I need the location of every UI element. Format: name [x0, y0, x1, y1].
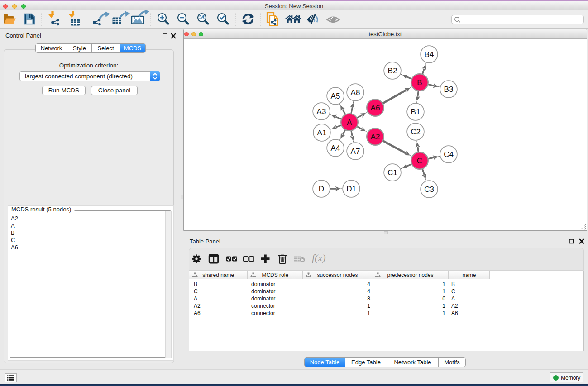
svg-text:A2: A2: [371, 133, 380, 141]
svg-text:D: D: [319, 185, 324, 193]
svg-text:B1: B1: [411, 108, 421, 116]
svg-text:B3: B3: [444, 85, 454, 94]
svg-text:A: A: [347, 118, 352, 127]
svg-text:A3: A3: [317, 107, 326, 116]
svg-text:C4: C4: [444, 150, 454, 159]
svg-text:B2: B2: [388, 67, 397, 75]
svg-text:C2: C2: [411, 128, 421, 136]
svg-text:A8: A8: [351, 88, 360, 97]
svg-text:A1: A1: [317, 129, 327, 137]
svg-text:B: B: [417, 78, 422, 87]
svg-text:A4: A4: [331, 144, 340, 152]
svg-text:C1: C1: [387, 168, 397, 177]
svg-text:D1: D1: [346, 185, 356, 193]
svg-text:C3: C3: [424, 185, 434, 194]
svg-text:A6: A6: [371, 104, 380, 112]
svg-text:A7: A7: [351, 147, 360, 156]
svg-text:A5: A5: [331, 92, 340, 100]
svg-text:C: C: [417, 157, 422, 165]
svg-text:B4: B4: [425, 50, 434, 59]
